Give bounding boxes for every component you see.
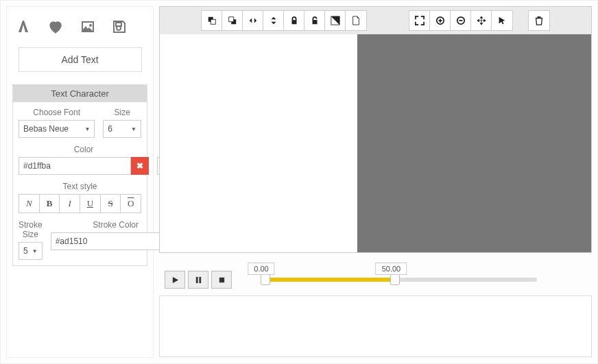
timeline-start-handle[interactable]: 0.00 — [261, 274, 270, 285]
delete-button[interactable] — [529, 11, 549, 30]
contrast-button[interactable] — [325, 11, 346, 30]
image-icon[interactable] — [80, 19, 96, 37]
flip-h-button[interactable] — [243, 11, 263, 30]
bring-forward-button[interactable] — [202, 11, 222, 30]
fullscreen-button[interactable] — [409, 11, 430, 30]
timeline-start-label: 0.00 — [248, 263, 274, 275]
canvas-toolbar — [160, 7, 591, 34]
size-label: Size — [103, 108, 141, 117]
flip-v-button[interactable] — [263, 11, 284, 30]
text-tool-icon[interactable] — [15, 19, 32, 37]
add-text-button[interactable]: Add Text — [19, 47, 142, 72]
style-bold-button[interactable]: B — [40, 195, 60, 213]
unlock-button[interactable] — [304, 11, 325, 30]
play-button[interactable] — [165, 271, 185, 289]
svg-rect-3 — [228, 17, 233, 22]
send-backward-button[interactable] — [222, 11, 243, 30]
svg-rect-1 — [211, 19, 215, 24]
svg-rect-11 — [219, 277, 224, 282]
text-style-group: N B I U S O — [19, 194, 141, 213]
font-label: Choose Font — [19, 108, 95, 117]
text-style-label: Text style — [19, 182, 141, 191]
color-input[interactable] — [19, 157, 131, 175]
timeline-end-label: 50.00 — [376, 263, 407, 275]
zoom-in-button[interactable] — [430, 11, 451, 30]
heart-icon[interactable] — [47, 18, 64, 38]
style-strike-button[interactable]: S — [101, 195, 121, 213]
style-overline-button[interactable]: O — [121, 195, 141, 213]
lock-button[interactable] — [284, 11, 304, 30]
save-icon[interactable] — [111, 19, 128, 37]
style-italic-button[interactable]: I — [60, 195, 80, 213]
svg-rect-10 — [199, 276, 201, 282]
app-root: Add Text Text Character Choose Font Beba… — [0, 0, 598, 364]
main-area: 0.00 50.00 — [159, 6, 592, 358]
move-button[interactable] — [471, 11, 492, 30]
pointer-button[interactable] — [492, 11, 512, 30]
stroke-color-input[interactable] — [51, 232, 163, 250]
zoom-out-button[interactable] — [451, 11, 471, 30]
stop-button[interactable] — [211, 271, 232, 289]
svg-rect-4 — [291, 20, 296, 24]
sidebar: Add Text Text Character Choose Font Beba… — [6, 6, 154, 358]
tool-tabs — [12, 12, 147, 47]
size-select[interactable]: 6 — [103, 120, 141, 138]
panel-title: Text Character — [13, 85, 147, 102]
canvas-area — [159, 6, 592, 253]
text-character-panel: Text Character Choose Font Bebas Neue Si… — [12, 84, 147, 266]
svg-rect-5 — [312, 20, 317, 24]
timeline: 0.00 50.00 — [159, 258, 592, 290]
style-normal-button[interactable]: N — [19, 195, 40, 213]
page-button[interactable] — [346, 11, 366, 30]
stroke-size-label: Stroke Size — [19, 220, 43, 239]
color-label: Color — [19, 145, 149, 154]
timeline-end-handle[interactable]: 50.00 — [390, 274, 400, 285]
timeline-track[interactable]: 0.00 50.00 — [261, 278, 537, 282]
style-underline-button[interactable]: U — [80, 195, 101, 213]
pause-button[interactable] — [188, 271, 208, 289]
font-select[interactable]: Bebas Neue — [19, 120, 95, 138]
svg-rect-9 — [195, 276, 198, 282]
stroke-size-select[interactable]: 5 — [19, 242, 43, 260]
layers-panel — [159, 295, 592, 357]
canvas[interactable] — [160, 34, 357, 252]
clear-color-button[interactable]: ✖ — [131, 157, 149, 175]
